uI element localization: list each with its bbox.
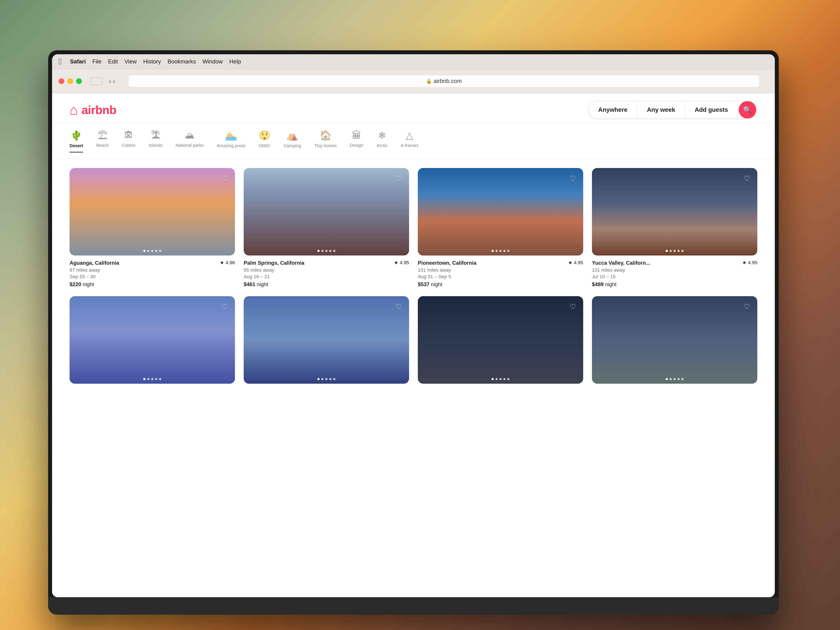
category-camping-label: Camping <box>284 143 301 148</box>
category-islands-label: Islands <box>148 143 162 148</box>
category-islands[interactable]: 🏝 Islands <box>148 130 162 153</box>
image-dots-yucca-valley <box>666 250 684 252</box>
listing-distance-yucca-valley: 101 miles away <box>592 267 650 273</box>
back-button[interactable]: ‹ <box>109 77 111 85</box>
apple-logo:  <box>58 57 62 66</box>
listing-price-palm-springs: $461 night <box>244 281 304 287</box>
tiny-homes-icon: 🏠 <box>320 130 332 141</box>
listing-card-row2-1[interactable]: ♡ <box>69 296 235 388</box>
airbnb-header: ⌂ airbnb Anywhere Any week Add guests 🔍 <box>52 93 775 123</box>
category-design-label: Design <box>350 143 363 148</box>
airbnb-logo[interactable]: ⌂ airbnb <box>69 102 116 118</box>
anywhere-button[interactable]: Anywhere <box>589 101 638 118</box>
listing-price-aguanga: $220 night <box>69 281 119 287</box>
listing-image-row2-1: ♡ <box>69 296 235 384</box>
category-national-parks[interactable]: ⛰ National parks <box>176 130 204 153</box>
airbnb-logo-text: airbnb <box>82 103 116 117</box>
url-bar[interactable]: 🔒 airbnb.com <box>128 75 759 87</box>
listing-card-palm-springs[interactable]: ♡ Palm Springs, California 95 miles away… <box>244 168 409 287</box>
image-dots-pioneertown <box>491 250 510 252</box>
listing-details-aguanga: Aguanga, California 87 miles away Sep 25… <box>69 260 119 287</box>
category-tiny-homes[interactable]: 🏠 Tiny homes <box>314 130 337 153</box>
listing-card-row2-2[interactable]: ♡ <box>244 296 409 388</box>
menu-view[interactable]: View <box>125 58 137 65</box>
category-cabins[interactable]: 🏚 Cabins <box>122 130 136 153</box>
wishlist-button-row2-2[interactable]: ♡ <box>392 300 405 313</box>
menu-file[interactable]: File <box>92 58 101 65</box>
listing-image-yucca-valley: ♡ <box>592 168 757 256</box>
close-button[interactable] <box>58 78 64 84</box>
listing-image-aguanga: ♡ <box>69 168 235 256</box>
listing-card-yucca-valley[interactable]: ♡ Yucca Valley, Californ... 101 miles aw… <box>592 168 757 287</box>
image-dots-aguanga <box>143 250 161 252</box>
listing-card-aguanga[interactable]: ♡ Aguanga, California 87 miles away Sep … <box>69 168 235 287</box>
listing-location-palm-springs: Palm Springs, California <box>244 260 304 266</box>
listing-info-yucca-valley: Yucca Valley, Californ... 101 miles away… <box>592 260 757 287</box>
menu-window[interactable]: Window <box>202 58 223 65</box>
airbnb-page: ⌂ airbnb Anywhere Any week Add guests 🔍 … <box>52 93 775 597</box>
amazing-pools-icon: 🏊 <box>225 130 237 141</box>
category-navigation: 🌵 Desert ⛱ Beach 🏚 Cabins 🏝 Islands ⛰ <box>52 123 775 159</box>
menu-edit[interactable]: Edit <box>108 58 118 65</box>
wishlist-button-palm-springs[interactable]: ♡ <box>392 172 405 185</box>
category-cabins-label: Cabins <box>122 143 136 148</box>
islands-icon: 🏝 <box>151 130 160 141</box>
fullscreen-button[interactable] <box>76 78 82 84</box>
listing-card-pioneertown[interactable]: ♡ Pioneertown, California 101 miles away… <box>418 168 583 287</box>
category-camping[interactable]: ⛺ Camping <box>284 130 301 153</box>
search-submit-button[interactable]: 🔍 <box>739 101 756 118</box>
image-dots-row2-4 <box>666 378 684 380</box>
any-week-button[interactable]: Any week <box>637 101 685 118</box>
wishlist-button-aguanga[interactable]: ♡ <box>218 172 231 185</box>
listing-price-yucca-valley: $489 night <box>592 281 650 287</box>
category-design[interactable]: 🏛 Design <box>350 130 363 153</box>
category-amazing-pools[interactable]: 🏊 Amazing pools <box>216 130 245 153</box>
listing-location-aguanga: Aguanga, California <box>69 260 119 266</box>
add-guests-button[interactable]: Add guests <box>685 101 738 118</box>
arctic-icon: ❄ <box>378 130 386 141</box>
wishlist-button-row2-3[interactable]: ♡ <box>567 300 579 313</box>
category-desert[interactable]: 🌵 Desert <box>69 130 83 153</box>
category-beach[interactable]: ⛱ Beach <box>96 130 109 153</box>
menu-bookmarks[interactable]: Bookmarks <box>167 58 196 65</box>
category-omg[interactable]: 😲 OMG! <box>259 130 271 153</box>
menu-history[interactable]: History <box>143 58 161 65</box>
url-text: 🔒 airbnb.com <box>426 77 462 84</box>
sidebar-toggle-button[interactable] <box>90 77 103 85</box>
image-dots-row2-2 <box>317 378 335 380</box>
wishlist-button-row2-4[interactable]: ♡ <box>741 300 753 313</box>
menu-safari[interactable]: Safari <box>70 58 86 65</box>
image-dots-row2-3 <box>491 378 510 380</box>
wishlist-button-yucca-valley[interactable]: ♡ <box>741 172 753 185</box>
listing-details-pioneertown: Pioneertown, California 101 miles away A… <box>418 260 477 287</box>
menu-help[interactable]: Help <box>229 58 241 65</box>
wishlist-button-row2-1[interactable]: ♡ <box>218 300 231 313</box>
forward-button[interactable]: › <box>113 77 115 85</box>
star-icon: ★ <box>742 260 747 265</box>
omg-icon: 😲 <box>259 130 271 141</box>
minimize-button[interactable] <box>67 78 73 84</box>
wishlist-button-pioneertown[interactable]: ♡ <box>567 172 579 185</box>
listing-card-row2-4[interactable]: ♡ <box>592 296 757 388</box>
traffic-lights <box>58 78 82 84</box>
listing-info-pioneertown: Pioneertown, California 101 miles away A… <box>418 260 583 287</box>
listing-location-pioneertown: Pioneertown, California <box>418 260 477 266</box>
browser-toolbar: ‹ › 🔒 airbnb.com <box>52 69 775 93</box>
camping-icon: ⛺ <box>286 130 298 141</box>
listing-location-yucca-valley: Yucca Valley, Californ... <box>592 260 650 266</box>
listing-image-row2-4: ♡ <box>592 296 757 384</box>
a-frames-icon: △ <box>406 130 413 141</box>
design-icon: 🏛 <box>352 130 362 141</box>
beach-icon: ⛱ <box>98 130 107 141</box>
listing-image-pioneertown: ♡ <box>418 168 583 256</box>
listing-card-row2-3[interactable]: ♡ <box>418 296 583 388</box>
category-arctic[interactable]: ❄ Arctic <box>377 130 388 153</box>
listing-rating-aguanga: ★ 4.96 <box>220 260 235 265</box>
laptop-frame:  Safari File Edit View History Bookmark… <box>48 50 779 615</box>
category-a-frames[interactable]: △ A-frames <box>401 130 418 153</box>
listing-image-palm-springs: ♡ <box>244 168 409 256</box>
national-parks-icon: ⛰ <box>185 130 194 141</box>
nav-arrows: ‹ › <box>109 77 115 85</box>
star-icon: ★ <box>220 260 224 265</box>
listing-dates-pioneertown: Aug 31 – Sep 5 <box>418 274 477 279</box>
